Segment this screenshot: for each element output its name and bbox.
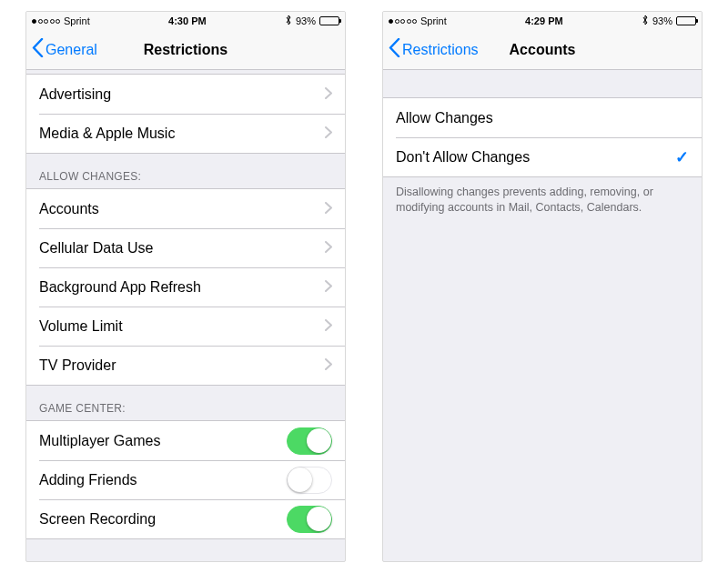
row-multiplayer-games: Multiplayer Games	[26, 421, 345, 460]
signal-dots-icon	[32, 19, 60, 24]
row-label: Multiplayer Games	[39, 433, 160, 449]
chevron-left-icon	[389, 38, 400, 61]
row-advertising[interactable]: Advertising	[26, 75, 345, 114]
back-label: General	[46, 42, 97, 58]
content-area[interactable]: Allow Changes Don't Allow Changes ✓ Disa…	[383, 70, 702, 561]
row-label: Accounts	[39, 201, 99, 217]
row-accounts[interactable]: Accounts	[26, 189, 345, 228]
battery-pct: 93%	[652, 15, 672, 26]
row-label: Don't Allow Changes	[396, 149, 530, 166]
chevron-right-icon	[325, 357, 332, 374]
row-media-apple-music[interactable]: Media & Apple Music	[26, 114, 345, 153]
row-label: Allow Changes	[396, 110, 493, 126]
chevron-right-icon	[325, 126, 332, 142]
group-game-center: Multiplayer Games Adding Friends Screen …	[26, 420, 345, 539]
row-screen-recording: Screen Recording	[26, 499, 345, 538]
group-top: Advertising Media & Apple Music	[26, 74, 345, 154]
chevron-right-icon	[325, 201, 332, 217]
chevron-right-icon	[325, 279, 332, 296]
row-label: Background App Refresh	[39, 279, 201, 296]
group-footer: Disallowing changes prevents adding, rem…	[383, 177, 702, 221]
carrier-label: Sprint	[64, 15, 90, 26]
status-time: 4:30 PM	[168, 15, 207, 26]
chevron-right-icon	[325, 240, 332, 256]
row-tv-provider[interactable]: TV Provider	[26, 346, 345, 385]
back-button[interactable]: General	[32, 38, 97, 61]
phone-left: Sprint 4:30 PM 93% General Restrictions …	[25, 11, 346, 562]
back-button[interactable]: Restrictions	[389, 38, 479, 61]
battery-icon	[319, 16, 339, 25]
content-area[interactable]: Advertising Media & Apple Music ALLOW CH…	[26, 70, 345, 561]
nav-bar: General Restrictions	[26, 30, 345, 70]
bluetooth-icon	[642, 15, 649, 27]
battery-pct: 93%	[296, 15, 316, 26]
checkmark-icon: ✓	[675, 147, 689, 167]
toggle-adding-friends[interactable]	[287, 467, 332, 494]
signal-dots-icon	[389, 19, 417, 24]
status-bar: Sprint 4:29 PM 93%	[383, 12, 702, 30]
row-label: Adding Friends	[39, 472, 137, 488]
status-bar: Sprint 4:30 PM 93%	[26, 12, 345, 30]
chevron-right-icon	[325, 318, 332, 335]
row-label: Screen Recording	[39, 511, 156, 528]
row-adding-friends: Adding Friends	[26, 460, 345, 499]
group-header-allow-changes: ALLOW CHANGES:	[26, 154, 345, 188]
row-label: TV Provider	[39, 357, 116, 374]
group-options: Allow Changes Don't Allow Changes ✓	[383, 97, 702, 177]
group-header-game-center: GAME CENTER:	[26, 386, 345, 420]
chevron-right-icon	[325, 86, 332, 103]
toggle-multiplayer-games[interactable]	[287, 427, 332, 455]
toggle-screen-recording[interactable]	[287, 506, 332, 533]
carrier-label: Sprint	[420, 15, 447, 26]
row-dont-allow-changes[interactable]: Don't Allow Changes ✓	[383, 137, 702, 176]
row-allow-changes[interactable]: Allow Changes	[383, 98, 702, 137]
group-allow-changes: Accounts Cellular Data Use Background Ap…	[26, 188, 345, 386]
row-cellular-data[interactable]: Cellular Data Use	[26, 228, 345, 267]
phone-right: Sprint 4:29 PM 93% Restrictions Accounts…	[382, 11, 703, 562]
row-label: Volume Limit	[39, 318, 123, 335]
status-time: 4:29 PM	[525, 15, 563, 26]
row-volume-limit[interactable]: Volume Limit	[26, 307, 345, 346]
nav-bar: Restrictions Accounts	[383, 30, 702, 70]
chevron-left-icon	[32, 38, 44, 61]
battery-icon	[676, 16, 696, 25]
row-background-app-refresh[interactable]: Background App Refresh	[26, 267, 345, 307]
row-label: Media & Apple Music	[39, 126, 175, 142]
row-label: Advertising	[39, 86, 111, 103]
bluetooth-icon	[285, 15, 292, 27]
row-label: Cellular Data Use	[39, 240, 153, 256]
back-label: Restrictions	[402, 42, 479, 58]
